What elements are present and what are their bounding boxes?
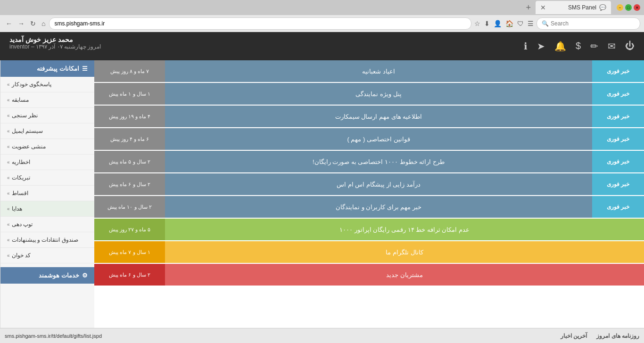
sidebar-item-competition[interactable]: مسابقه» (0, 92, 94, 108)
sidebar: ☰ امکانات پیشرفته پاسخگوی خودکار»مسابقه»… (0, 60, 94, 328)
news-date: ۱ سال و ۷ ماه پیش (94, 241, 165, 263)
news-date: ۷ ماه و ۸ روز پیش (94, 60, 165, 82)
sidebar-item-membership-secretary[interactable]: منشی عضویت» (0, 139, 94, 155)
home-nav-icon[interactable]: 🏠 (504, 19, 514, 28)
sidebar-item-arrow-icon: » (7, 253, 10, 258)
sidebar-item-label: اخطاریه (12, 159, 30, 165)
bottom-section-2[interactable]: روزنامه های امروز (596, 333, 639, 339)
services-header: ⚙ خدمات هوشمند (0, 267, 94, 284)
sidebar-item-label: صندوق انتقادات و پیشنهادات (12, 237, 78, 243)
tab-bar: − □ ✕ 💬 SMS Panel ✕ + (0, 0, 644, 15)
news-row[interactable]: خبر فوریاطلاعیه های مهم ارسال سیمکارت۴ م… (94, 106, 644, 128)
sidebar-items: پاسخگوی خودکار»مسابقه»نظر سنجی»سیستم ایم… (0, 77, 94, 263)
news-row[interactable]: خبر فوریقوانین اختصاصی ( مهم )۶ ماه و ۴ … (94, 128, 644, 151)
sidebar-item-label: نظر سنجی (12, 112, 38, 119)
window-minimize-button[interactable]: − (617, 4, 623, 11)
sidebar-item-label: کد خوان (12, 252, 31, 259)
user-name: محمد عزیز خوش آمدید (9, 36, 101, 43)
user-icon[interactable]: 👤 (493, 19, 503, 28)
user-role: inventor (9, 43, 30, 50)
search-bar-container: 🔍 (537, 17, 640, 30)
edit-icon[interactable]: ✏ (590, 41, 598, 52)
app-container: ⏻ ✉ ✏ $ 🔔 ➤ ℹ محمد عزیز خوش آمدید invent… (0, 32, 644, 343)
sidebar-item-arrow-icon: » (7, 237, 10, 243)
news-row[interactable]: خبر فوریپنل ویژه نمایندگی۱ سال و ۱ ماه پ… (94, 83, 644, 106)
download-icon[interactable]: ⬇ (483, 19, 491, 28)
bookmark-icon[interactable]: ☆ (473, 19, 481, 28)
news-title: خبر مهم برای کاربران و نمایندگان (165, 196, 592, 218)
top-navigation: ⏻ ✉ ✏ $ 🔔 ➤ ℹ محمد عزیز خوش آمدید invent… (0, 32, 644, 60)
browser-window: − □ ✕ 💬 SMS Panel ✕ + ← → ↻ ⌂ ☆ ⬇ 👤 🏠 🛡 … (0, 0, 644, 32)
news-tag: خبر فوری (592, 60, 644, 82)
sidebar-item-arrow-icon: » (7, 113, 10, 118)
back-button[interactable]: ← (4, 19, 14, 28)
news-row[interactable]: خبر فوریدرآمد زایی از پیشگام اس ام اس۲ س… (94, 173, 644, 196)
news-list: خبر فوریاعیاد شعبانیه۷ ماه و ۸ روز پیشخب… (94, 60, 644, 328)
refresh-button[interactable]: ↻ (28, 19, 38, 28)
content-area: خبر فوریاعیاد شعبانیه۷ ماه و ۸ روز پیشخب… (0, 60, 644, 328)
news-row[interactable]: مشتریان جدید۲ سال و ۶ ماه پیش (94, 264, 644, 286)
news-tag: خبر فوری (592, 196, 644, 218)
sidebar-item-email-system[interactable]: سیستم ایمیل» (0, 123, 94, 139)
sidebar-header-icon: ☰ (82, 65, 88, 72)
send-icon[interactable]: ➤ (537, 41, 545, 52)
sidebar-item-arrow-icon: » (7, 191, 10, 196)
sidebar-item-arrow-icon: » (7, 222, 10, 227)
forward-button[interactable]: → (16, 19, 26, 28)
dollar-icon[interactable]: $ (576, 41, 581, 52)
search-icon: 🔍 (542, 20, 549, 27)
home-button[interactable]: ⌂ (40, 19, 47, 28)
power-icon[interactable]: ⏻ (625, 41, 635, 52)
sidebar-item-survey[interactable]: نظر سنجی» (0, 108, 94, 123)
menu-icon[interactable]: ☰ (527, 19, 535, 28)
window-close-button[interactable]: ✕ (634, 4, 640, 11)
sidebar-item-label: تبریکات (12, 174, 30, 181)
sidebar-header: ☰ امکانات پیشرفته (0, 60, 94, 77)
news-title: طرح ارائه خطوط ۱۰۰۰ اختصاصی به صورت رایگ… (165, 151, 592, 172)
news-row[interactable]: عدم امکان ثرافه خط ۱۴ رقمی رایگان اپراتو… (94, 219, 644, 241)
news-tag: خبر فوری (592, 151, 644, 172)
news-date: ۲ سال و ۶ ماه پیش (94, 264, 165, 286)
sidebar-item-warning[interactable]: اخطاریه» (0, 155, 94, 170)
news-title: اطلاعیه های مهم ارسال سیمکارت (165, 106, 592, 127)
services-header-icon: ⚙ (82, 272, 88, 279)
news-row[interactable]: خبر فوریاعیاد شعبانیه۷ ماه و ۸ روز پیش (94, 60, 644, 83)
sidebar-item-label: هدایا (12, 205, 22, 212)
sidebar-item-congratulations[interactable]: تبریکات» (0, 170, 94, 186)
tab-close-button[interactable]: ✕ (540, 4, 546, 11)
address-bar[interactable] (49, 17, 471, 30)
news-row[interactable]: خبر فوریخبر مهم برای کاربران و نمایندگان… (94, 196, 644, 219)
sidebar-item-suggestions[interactable]: صندوق انتقادات و پیشنهادات» (0, 232, 94, 248)
bell-icon[interactable]: 🔔 (554, 41, 566, 52)
sidebar-item-rating[interactable]: توپ دهی» (0, 217, 94, 232)
news-date: ۵ ماه و ۲۷ روز پیش (94, 219, 165, 240)
info-icon[interactable]: ℹ (524, 41, 528, 52)
search-input[interactable] (551, 20, 635, 27)
news-title: کانال تلگرام ما (165, 241, 644, 263)
user-info: محمد عزیز خوش آمدید inventor – امروز چها… (9, 36, 101, 50)
news-date: ۴ ماه و ۱۹ روز پیش (94, 106, 165, 127)
sidebar-item-label: منشی عضویت (12, 143, 46, 150)
sidebar-item-arrow-icon: » (7, 160, 10, 165)
user-date: امروز چهارشنبه ۰۷ آذر ۱۳۹۷ (36, 43, 101, 50)
sidebar-item-label: سیستم ایمیل (12, 128, 43, 134)
window-maximize-button[interactable]: □ (625, 4, 632, 11)
tab-icon: 💬 (599, 4, 606, 11)
sidebar-item-code-reader[interactable]: کد خوان» (0, 248, 94, 263)
new-tab-button[interactable]: + (523, 3, 534, 13)
bottom-section-1[interactable]: آخرین اخبار (561, 333, 587, 339)
sidebar-item-gifts[interactable]: هدایا» (0, 201, 94, 217)
sidebar-item-arrow-icon: » (7, 144, 10, 149)
news-row[interactable]: خبر فوریطرح ارائه خطوط ۱۰۰۰ اختصاصی به ص… (94, 151, 644, 173)
email-icon[interactable]: ✉ (608, 41, 616, 52)
bottom-sections: آخرین اخبار روزنامه های امروز (561, 333, 639, 339)
news-date: ۲ سال و ۱۰ ماه پیش (94, 196, 165, 218)
sidebar-item-auto-reply[interactable]: پاسخگوی خودکار» (0, 77, 94, 92)
news-row[interactable]: کانال تلگرام ما۱ سال و ۷ ماه پیش (94, 241, 644, 264)
browser-tab[interactable]: 💬 SMS Panel ✕ (536, 1, 611, 14)
sidebar-item-installments[interactable]: اقساط» (0, 186, 94, 201)
sidebar-item-label: اقساط (12, 190, 28, 196)
shield-icon[interactable]: 🛡 (516, 19, 525, 28)
news-date: ۶ ماه و ۴ روز پیش (94, 128, 165, 150)
user-date-role: inventor – امروز چهارشنبه ۰۷ آذر ۱۳۹۷ (9, 43, 101, 50)
